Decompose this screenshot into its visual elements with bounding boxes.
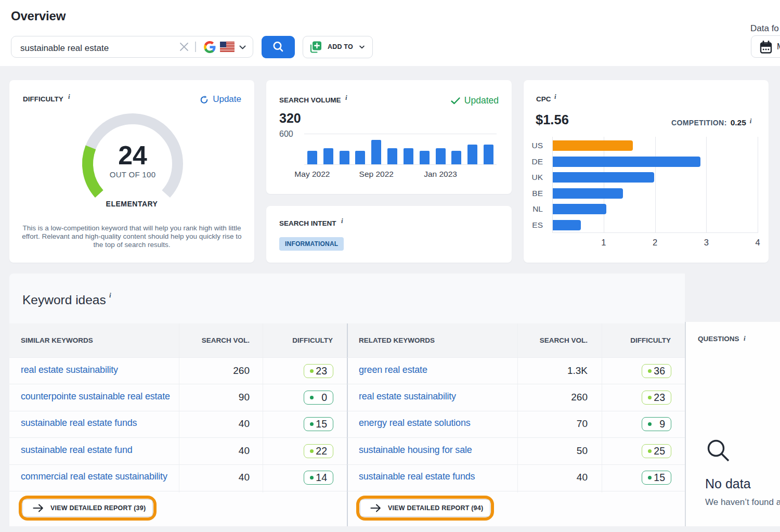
- x-axis-label: May 2022: [289, 170, 335, 179]
- volume-bar: [371, 140, 381, 164]
- x-tick-label: 4: [747, 238, 768, 248]
- volume-bar: [436, 148, 446, 165]
- difficulty-card-label: DIFFICULTY: [23, 95, 63, 103]
- difficulty-dot: [310, 369, 314, 373]
- difficulty-dot: [310, 422, 314, 426]
- difficulty-badge-value: 36: [652, 365, 665, 377]
- keyword-link[interactable]: real estate sustainability: [359, 391, 456, 402]
- volume-bar: [323, 148, 333, 165]
- keyword-link[interactable]: energy real estate solutions: [359, 418, 471, 429]
- keyword-ideas-panel: Keyword ideas i SIMILAR KEYWORDSSEARCH V…: [9, 274, 685, 526]
- add-to-button[interactable]: ADD TO: [303, 36, 373, 58]
- cpc-card: CPC i $1.56 COMPETITION:0.25i 1234USDEUK…: [524, 80, 769, 263]
- country-label: US: [524, 141, 543, 150]
- volume-bar: [467, 145, 477, 164]
- country-label: DE: [524, 157, 543, 166]
- period-selector-button[interactable]: M: [751, 35, 780, 58]
- difficulty-badge: 15: [642, 471, 671, 485]
- search-input[interactable]: [20, 38, 176, 59]
- view-detailed-report-button[interactable]: VIEW DETAILED REPORT (94): [360, 499, 490, 517]
- chevron-down-icon[interactable]: [239, 45, 246, 49]
- country-label: ES: [524, 220, 543, 230]
- keyword-volume: 90: [146, 392, 250, 403]
- keyword-link[interactable]: green real estate: [359, 365, 427, 375]
- cpc-bar: [553, 157, 700, 167]
- data-for-label: Data fo: [750, 23, 779, 34]
- view-detailed-report-button[interactable]: VIEW DETAILED REPORT (39): [22, 499, 153, 517]
- y-axis-label: 600: [279, 129, 293, 139]
- search-intent-card: SEARCH INTENT i INFORMATIONAL: [266, 206, 512, 263]
- arrow-right-icon: [370, 504, 381, 512]
- axis-line: [552, 232, 758, 233]
- keyword-volume: 260: [146, 365, 250, 377]
- keyword-volume: 40: [146, 418, 250, 430]
- no-data-title: No data: [705, 476, 751, 491]
- difficulty-card: DIFFICULTY i Update 24 OUT OF 100 ELEMEN…: [9, 80, 254, 263]
- cpc-bar: [553, 204, 606, 214]
- column-header: RELATED KEYWORDS: [359, 323, 435, 357]
- gridline: [604, 137, 604, 232]
- difficulty-badge-value: 23: [314, 365, 327, 377]
- info-icon[interactable]: i: [68, 93, 70, 101]
- clear-icon[interactable]: [179, 42, 189, 52]
- info-icon[interactable]: i: [744, 334, 746, 343]
- column-line: [517, 323, 518, 492]
- difficulty-dot: [310, 396, 314, 399]
- volume-bar: [420, 151, 430, 164]
- row-separator: [9, 464, 347, 465]
- keyword-link[interactable]: real estate sustainability: [21, 365, 118, 375]
- cpc-bar: [553, 220, 581, 230]
- volume-bar: [307, 151, 317, 164]
- country-label: UK: [524, 173, 543, 182]
- keyword-volume: 70: [484, 418, 588, 430]
- keyword-search-box[interactable]: [11, 36, 253, 58]
- column-line: [602, 323, 602, 492]
- row-separator: [9, 411, 347, 411]
- view-detailed-report-label: VIEW DETAILED REPORT (39): [50, 504, 146, 512]
- search-button[interactable]: [262, 36, 295, 58]
- difficulty-dot: [310, 476, 314, 479]
- difficulty-level: ELEMENTARY: [9, 200, 254, 208]
- keyword-volume: 40: [146, 472, 250, 483]
- axis-line: [552, 137, 553, 232]
- difficulty-badge: 36: [642, 364, 671, 378]
- calendar-icon: [760, 41, 772, 54]
- row-separator: [347, 384, 685, 384]
- difficulty-badge-value: 23: [652, 392, 665, 404]
- volume-bar: [340, 151, 349, 164]
- x-tick-label: 3: [696, 238, 717, 248]
- us-flag-icon: [220, 42, 235, 52]
- x-axis-label: Jan 2023: [417, 170, 464, 179]
- add-to-label: ADD TO: [328, 36, 353, 58]
- period-label: M: [777, 36, 780, 57]
- arrow-right-icon: [33, 504, 44, 512]
- keyword-link[interactable]: sustainable real estate funds: [359, 471, 475, 482]
- keyword-link[interactable]: sustainable housing for sale: [359, 445, 472, 456]
- divider: [347, 323, 348, 526]
- difficulty-badge-value: 0: [314, 392, 327, 404]
- difficulty-badge: 25: [642, 444, 671, 458]
- difficulty-dot: [648, 476, 652, 479]
- info-icon[interactable]: i: [341, 217, 343, 225]
- google-icon: [203, 41, 216, 54]
- info-icon[interactable]: i: [109, 291, 111, 300]
- row-separator: [9, 437, 347, 438]
- difficulty-badge-value: 9: [652, 418, 665, 430]
- difficulty-badge-value: 15: [314, 418, 327, 430]
- page-title: Overview: [11, 9, 66, 23]
- search-intent-label: SEARCH INTENT: [279, 219, 336, 227]
- gridline: [758, 137, 758, 232]
- volume-bar: [387, 148, 397, 165]
- cpc-bar: [553, 188, 623, 199]
- x-tick-label: 2: [645, 238, 666, 248]
- difficulty-out-of: OUT OF 100: [75, 170, 190, 179]
- keyword-volume: 40: [146, 445, 250, 457]
- keyword-link[interactable]: sustainable real estate funds: [21, 418, 137, 429]
- row-separator: [347, 464, 685, 465]
- x-tick-label: 1: [593, 238, 614, 248]
- difficulty-badge: 14: [304, 471, 333, 485]
- gridline: [706, 137, 707, 232]
- difficulty-badge: 23: [304, 364, 333, 378]
- keyword-link[interactable]: sustainable real estate fund: [21, 445, 133, 456]
- update-link[interactable]: Update: [200, 94, 241, 105]
